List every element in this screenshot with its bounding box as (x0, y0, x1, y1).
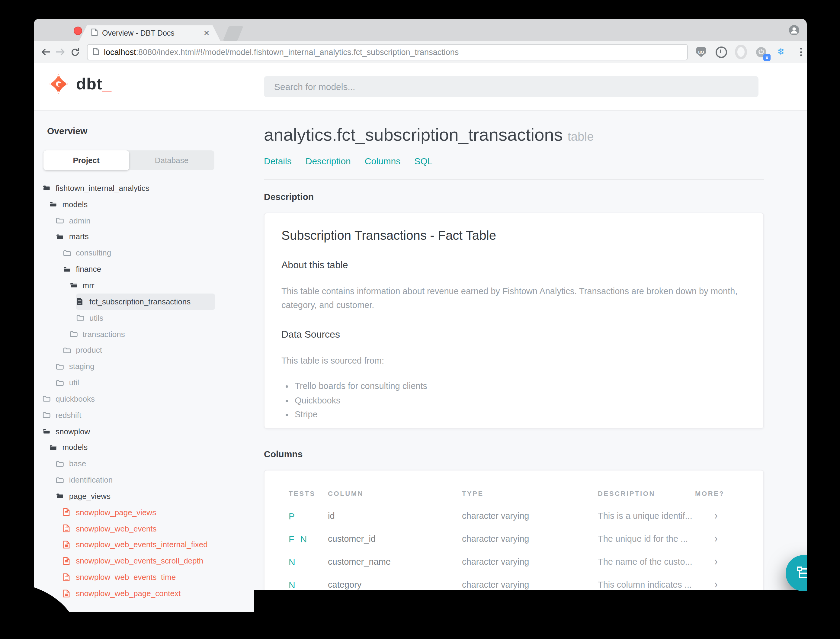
folder-icon (56, 476, 64, 484)
columns-table-body: P id character varying This is a unique … (289, 504, 741, 590)
chevron-right-icon[interactable]: › (715, 533, 718, 544)
page-title-suffix: table (568, 130, 594, 143)
chevron-right-icon[interactable]: › (715, 556, 718, 567)
row-expand[interactable]: › (695, 510, 741, 521)
tree-source-toggle: Project Database (43, 150, 214, 170)
tree-item[interactable]: staging (56, 358, 254, 375)
page-nav-link[interactable]: Description (306, 156, 351, 166)
table-row[interactable]: N category character varying This column… (289, 573, 741, 590)
row-description: This column indicates ... (598, 580, 695, 590)
data-sources-heading: Data Sources (281, 329, 746, 340)
section-divider (264, 180, 764, 180)
tree-item[interactable]: snowplow_web_events_internal_fixed (62, 537, 254, 553)
pocket-icon[interactable] (735, 46, 747, 58)
tree-item[interactable]: product (62, 342, 254, 358)
url-text: localhost:8080/index.html#!/model/model.… (104, 48, 459, 56)
folder-icon (42, 411, 51, 419)
tree-item[interactable]: snowplow_web_events (62, 520, 254, 537)
tree-item[interactable]: snowplow_web_events_scroll_depth (62, 553, 254, 569)
new-tab-button[interactable] (223, 26, 243, 41)
tab-close-icon[interactable]: ✕ (203, 29, 210, 37)
tree-item[interactable]: admin (56, 212, 254, 229)
row-expand[interactable]: › (695, 556, 741, 567)
row-expand[interactable]: › (695, 579, 741, 590)
folder-open-icon (49, 443, 57, 451)
tab-database[interactable]: Database (129, 150, 214, 170)
search-input[interactable]: Search for models... (264, 76, 759, 97)
tree-item[interactable]: page_views (56, 488, 254, 504)
extension-x-badge: x (763, 54, 770, 61)
tree-item[interactable]: fct_subscription_transactions (76, 294, 215, 310)
tree-item[interactable]: marts (56, 229, 254, 245)
tree-item[interactable]: snowplow_page_views (62, 504, 254, 521)
data-source-item: Stripe (295, 408, 746, 422)
tree-item[interactable]: snowplow (42, 423, 254, 439)
data-sources-intro: This table is sourced from: (281, 354, 746, 368)
tree-item[interactable]: snowplow_web_events_time (62, 569, 254, 585)
folder-open-icon (62, 265, 71, 273)
tree-item[interactable]: fishtown_internal_analytics (42, 180, 254, 196)
tree-item[interactable]: models (49, 439, 254, 456)
row-expand[interactable]: › (695, 533, 741, 544)
table-row[interactable]: N customer_name character varying The na… (289, 550, 741, 573)
section-divider (264, 437, 764, 437)
url-host: localhost (104, 48, 136, 56)
tree-item[interactable]: mrr (70, 277, 254, 294)
tree-item[interactable]: quickbooks (42, 391, 254, 407)
chevron-right-icon[interactable]: › (715, 579, 718, 590)
folder-icon (56, 460, 64, 468)
row-column-name: id (328, 511, 462, 521)
url-path: :8080/index.html#!/model/model.fishtown_… (136, 48, 459, 56)
row-description: The unique id for the ... (598, 534, 695, 544)
data-source-item: Trello boards for consulting clients (295, 379, 746, 394)
ublock-origin-icon[interactable]: uO (695, 46, 707, 58)
main-content: analytics.fct_subscription_transactionst… (254, 111, 807, 590)
snowflake-extension-icon[interactable]: ❄ (775, 46, 787, 58)
window-close-button[interactable] (74, 27, 82, 35)
lineage-graph-icon (795, 565, 807, 582)
power-extension-icon[interactable]: x (755, 46, 767, 58)
tree-item[interactable]: finance (62, 261, 254, 277)
tree-item[interactable]: models (49, 196, 254, 213)
1password-icon[interactable] (715, 46, 727, 58)
folder-icon (56, 216, 64, 224)
table-row[interactable]: P id character varying This is a unique … (289, 504, 741, 527)
browser-tab[interactable]: Overview - DBT Docs ✕ (79, 25, 221, 41)
file-icon (62, 590, 71, 597)
page-nav-link[interactable]: SQL (414, 156, 432, 166)
file-icon (62, 525, 71, 532)
description-card: Subscription Transactions - Fact Table A… (264, 213, 764, 429)
tree-item[interactable]: consulting (62, 245, 254, 261)
dbt-logo-icon (48, 74, 69, 94)
data-source-item: Quickbooks (295, 394, 746, 408)
page-nav-link[interactable]: Details (264, 156, 292, 166)
address-bar[interactable]: localhost:8080/index.html#!/model/model.… (87, 44, 688, 60)
row-type: character varying (462, 511, 598, 521)
back-button[interactable] (39, 45, 53, 59)
tree-item[interactable]: util (56, 374, 254, 391)
row-column-name: category (328, 580, 462, 590)
folder-icon (62, 249, 71, 257)
tree-item[interactable]: base (56, 456, 254, 472)
browser-menu-icon[interactable] (795, 46, 807, 58)
browser-profile-avatar[interactable] (789, 25, 800, 38)
folder-icon (42, 395, 51, 403)
tree-item[interactable]: snowplow_web_page_context (62, 585, 254, 602)
forward-button[interactable] (53, 45, 68, 59)
table-row[interactable]: F N customer_id character varying The un… (289, 527, 741, 550)
tab-project[interactable]: Project (43, 150, 129, 170)
tree-item[interactable]: utils (76, 310, 254, 326)
chevron-right-icon[interactable]: › (715, 510, 718, 521)
page-nav-link[interactable]: Columns (365, 156, 400, 166)
tab-title: Overview - DBT Docs (102, 29, 175, 37)
tree-item[interactable]: redshift (42, 407, 254, 423)
screenshot-canvas: Overview - DBT Docs ✕ loca (0, 0, 840, 639)
row-tests-badge: F N (289, 534, 328, 544)
tree-item[interactable]: transactions (70, 326, 254, 342)
reload-button[interactable] (68, 45, 82, 59)
dbt-logo-cursor: _ (102, 75, 111, 93)
page-favicon-icon (91, 28, 98, 39)
dbt-logo[interactable]: dbt_ (48, 74, 111, 94)
tree-item[interactable]: identification (56, 472, 254, 488)
file-icon (62, 509, 71, 517)
